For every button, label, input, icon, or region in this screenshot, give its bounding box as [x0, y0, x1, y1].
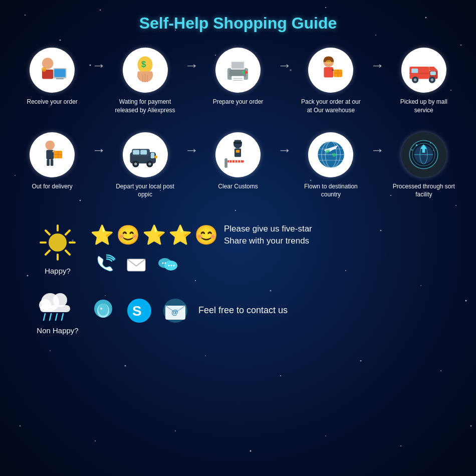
svg-rect-63	[232, 76, 244, 83]
svg-point-39	[175, 430, 176, 431]
svg-text:@: @	[171, 308, 178, 316]
star-3: ⭐	[142, 224, 166, 246]
svg-point-80	[414, 78, 417, 81]
svg-line-135	[46, 230, 50, 234]
flow-label-pickup: Picked up by mall service	[391, 98, 456, 115]
flow-circle-pack	[308, 48, 353, 93]
svg-line-136	[66, 251, 70, 255]
svg-rect-94	[140, 150, 147, 154]
unhappy-label: Non Happy?	[37, 326, 78, 335]
svg-rect-89	[47, 159, 50, 166]
flow-circle-depart	[123, 132, 168, 177]
flow-circle-customs	[215, 132, 261, 177]
flow-item-prepare: Prepare your order	[201, 48, 275, 106]
star-5: 😊	[194, 224, 218, 246]
svg-text:$: $	[141, 59, 146, 69]
flow-label-depart: Depart your local post oppic	[113, 182, 178, 199]
svg-point-147	[173, 265, 175, 267]
svg-point-100	[154, 155, 157, 158]
svg-rect-105	[225, 158, 228, 168]
flow-circle-prepare	[215, 48, 261, 93]
page-title: Self-Help Shopping Guide	[0, 0, 476, 43]
svg-rect-51	[54, 69, 66, 77]
svg-rect-93	[133, 150, 139, 154]
happy-label: Happy?	[45, 267, 71, 275]
svg-line-154	[56, 314, 57, 320]
svg-rect-95	[151, 153, 155, 158]
svg-marker-76	[429, 67, 438, 71]
svg-point-128	[435, 147, 436, 148]
svg-point-99	[148, 163, 151, 166]
svg-point-144	[165, 263, 166, 264]
email-at-icon: @	[162, 298, 188, 324]
flow-label-pack: Pack your order at our at Our warehouse	[298, 98, 363, 115]
flow-row-1: Receive your order → $ Wating for paymen…	[0, 43, 476, 120]
svg-point-84	[45, 140, 55, 150]
svg-point-129	[411, 149, 413, 151]
flow-label-flown: Flown to destination country	[298, 182, 363, 199]
svg-point-159	[100, 308, 102, 310]
flow-circle-flown	[308, 132, 353, 177]
svg-point-42	[400, 445, 401, 446]
svg-point-66	[242, 71, 245, 74]
flow-item-pickup: Picked up by mall service	[387, 48, 461, 115]
flow-item-delivery: Out for delivery	[15, 132, 89, 191]
envelope-icon	[124, 252, 148, 276]
svg-point-149	[53, 293, 67, 307]
flow-label-delivery: Out for delivery	[32, 182, 72, 191]
svg-line-137	[66, 230, 70, 234]
svg-rect-104	[234, 140, 241, 142]
qq-icon	[90, 298, 116, 324]
flow-label-receive: Receive your order	[27, 98, 77, 106]
svg-rect-77	[411, 68, 418, 73]
svg-point-53	[42, 67, 46, 71]
happy-contact-icons	[90, 252, 451, 276]
rating-text-block: Please give us five-star Share with your…	[224, 224, 312, 246]
skype-icon: S	[126, 298, 152, 324]
flow-label-payment: Wating for payment released by Aliexpres…	[113, 98, 178, 115]
svg-point-146	[171, 265, 172, 267]
svg-point-33	[205, 355, 206, 356]
share-text: Share with your trends	[224, 236, 312, 246]
flow-item-receive: Receive your order	[15, 48, 89, 106]
svg-point-36	[440, 370, 441, 371]
svg-point-97	[134, 163, 137, 166]
flow-arrow-2: →	[182, 48, 201, 74]
svg-point-127	[430, 142, 431, 144]
flow-circle-receive	[30, 48, 75, 93]
flow-circle-sort	[401, 132, 446, 177]
phone-icon	[93, 252, 117, 276]
svg-rect-78	[430, 71, 436, 75]
five-star-text: Please give us five-star	[224, 224, 312, 234]
svg-point-143	[162, 263, 164, 264]
flow-item-customs: Clear Customs	[201, 132, 275, 191]
svg-point-130	[49, 233, 67, 252]
flow-item-sort: Processed through sort facility	[387, 132, 461, 199]
svg-point-126	[416, 144, 418, 146]
svg-rect-69	[324, 67, 333, 77]
star-2: 😊	[116, 224, 140, 246]
svg-line-152	[44, 314, 45, 320]
sun-icon	[37, 221, 79, 264]
flow-circle-payment: $	[123, 48, 168, 93]
flow-label-prepare: Prepare your order	[213, 98, 264, 106]
svg-point-145	[168, 265, 170, 267]
svg-rect-151	[40, 305, 70, 312]
svg-point-37	[20, 425, 21, 427]
wechat-icon	[156, 252, 180, 276]
star-4: ⭐	[168, 224, 192, 246]
svg-point-32	[125, 365, 126, 367]
flow-arrow-5: →	[89, 132, 108, 158]
svg-line-155	[62, 314, 63, 320]
svg-point-34	[280, 375, 281, 376]
svg-line-153	[50, 314, 51, 320]
flow-arrow-3: →	[275, 48, 294, 74]
svg-rect-52	[56, 78, 64, 79]
svg-rect-62	[232, 62, 244, 68]
contact-text: Feel free to contact us	[198, 305, 288, 316]
flow-label-sort: Processed through sort facility	[391, 182, 456, 199]
svg-point-67	[245, 71, 248, 74]
svg-point-43	[470, 425, 472, 427]
stars-row: ⭐ 😊 ⭐ ⭐ 😊	[90, 224, 218, 246]
svg-point-31	[50, 350, 51, 351]
